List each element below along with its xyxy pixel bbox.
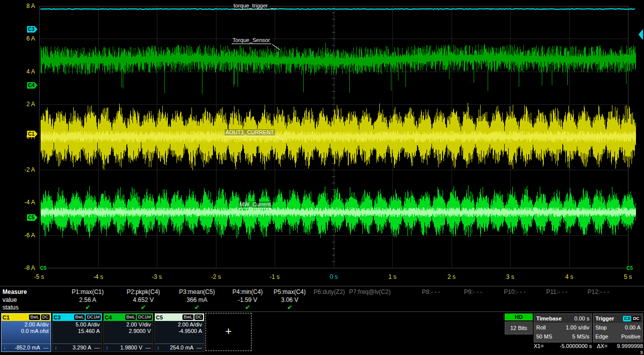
- measure-p4-header[interactable]: P4:min(C4): [224, 288, 272, 295]
- waveform-display[interactable]: [0, 0, 644, 284]
- measure-p2-value: 4.652 V: [119, 296, 167, 303]
- measure-p10-header[interactable]: P10:- - -: [491, 288, 539, 295]
- level-arrow-icon: ↕: [157, 345, 159, 350]
- bandwidth-limit-badge: BwL: [125, 314, 136, 320]
- channel-offset: 2.9000 V: [104, 327, 153, 334]
- coupling-badge: DC: [41, 314, 50, 320]
- trigger-source-badge: C3: [623, 316, 631, 321]
- timebase-scale: 1.00 s/div: [566, 324, 589, 330]
- x-axis-label: 4 s: [565, 273, 573, 280]
- measure-p4-value: -1.59 V: [224, 296, 272, 303]
- placeholder-dash: —: [145, 344, 151, 350]
- trigger-type: Edge: [595, 333, 608, 339]
- add-trace-button[interactable]: +: [205, 313, 252, 351]
- cursor-dx-label: ΔX=: [597, 343, 617, 355]
- measure-p8-header[interactable]: P8:- - -: [407, 288, 455, 295]
- x-axis-label: -5 s: [34, 273, 44, 280]
- trace-label-torque-sensor: Torque_Sensor: [232, 37, 271, 44]
- measure-p4-status-icon: ✔: [224, 304, 272, 311]
- measure-p12-header[interactable]: P12:- - -: [574, 288, 622, 295]
- level-arrow-icon: ↕: [106, 345, 108, 350]
- channel-offset: 0.0 mA ofst: [2, 327, 51, 334]
- y-axis-label: 2 A: [12, 101, 35, 108]
- x-axis-label: -2 s: [211, 273, 221, 280]
- x-axis-label: -1 s: [270, 273, 280, 280]
- measure-p5-status-icon: ✔: [266, 304, 314, 311]
- channel-descriptor-c1[interactable]: C1 BwL DC 2.00 A/div 0.0 mA ofst ↓ -852.…: [1, 313, 51, 352]
- channel-scale: 5.00 A/div: [53, 321, 102, 327]
- cursor-x1-label: X1=: [534, 343, 550, 355]
- timebase-mode: Roll: [536, 324, 546, 330]
- coupling-badge: DC: [194, 314, 203, 320]
- y-axis-label: -4 A: [12, 199, 35, 206]
- channel-level: -852.0 mA: [15, 344, 40, 350]
- trigger-level: 0.00 A: [625, 324, 640, 330]
- x-axis-label: -4 s: [93, 273, 103, 280]
- channel-descriptor-c3[interactable]: C3 BwL DC1M 5.00 A/div 15.460 A ↕ 3.290 …: [52, 313, 102, 352]
- channel-scale: 2.00 A/div: [155, 321, 204, 327]
- x-axis-label: 2 s: [448, 273, 456, 280]
- y-axis-label: 6 A: [12, 35, 35, 42]
- measure-p2-status-icon: ✔: [119, 304, 167, 311]
- measure-p7-header[interactable]: P7:freq@lv(C2): [344, 288, 396, 295]
- trace-label-mw-current: MW_Current: [239, 201, 272, 208]
- placeholder-dash: —: [43, 344, 49, 350]
- channel-descriptor-c4[interactable]: C4 BwL DC1M 2.00 V/div 2.9000 V ↕ 1.9800…: [103, 313, 153, 352]
- measure-p1-header[interactable]: P1:max(C1): [64, 288, 112, 295]
- corner-marker-c5-right: C5: [626, 265, 633, 271]
- coupling-badge: DC1M: [137, 314, 152, 320]
- x-axis-label: -3 s: [152, 273, 162, 280]
- channel-level: 3.290 A: [73, 344, 91, 350]
- value-row-label: value: [3, 296, 17, 303]
- measure-p11-header[interactable]: P11:- - -: [533, 288, 581, 295]
- level-arrow-icon: ↓: [4, 345, 6, 350]
- measure-p3-value: 366 mA: [173, 296, 221, 303]
- bandwidth-limit-badge: BwL: [182, 314, 193, 320]
- y-axis-label: -6 A: [12, 232, 35, 239]
- timebase-sample-rate: 5 MS/s: [572, 333, 589, 339]
- oscilloscope-screen: 8 A 6 A 4 A 2 A 0 A -2 A -4 A -6 A -8 A …: [0, 0, 644, 355]
- coupling-badge: DC1M: [86, 314, 101, 320]
- channel-scale: 2.00 V/div: [104, 321, 153, 327]
- resolution-button[interactable]: 12 Bits: [505, 321, 533, 334]
- channel-id: C3: [54, 314, 61, 320]
- cursor-x1-value: -5.0000000 s: [550, 343, 592, 355]
- measure-table: Measure value status P1:max(C1) P2:pkpk(…: [0, 286, 644, 312]
- measure-p2-header[interactable]: P2:pkpk(C4): [119, 288, 167, 295]
- bottom-toolbar: C1 BwL DC 2.00 A/div 0.0 mA ofst ↓ -852.…: [0, 311, 644, 355]
- y-axis-label: -2 A: [12, 166, 35, 173]
- bandwidth-limit-badge: BwL: [74, 314, 85, 320]
- status-row-label: status: [3, 304, 19, 311]
- y-axis-label: 8 A: [12, 3, 35, 10]
- channel-id: C5: [156, 314, 163, 320]
- x-axis-label: 1 s: [388, 273, 396, 280]
- x-axis-label: 5 s: [624, 273, 632, 280]
- trigger-slope: Positive: [621, 333, 640, 339]
- timebase-title: Timebase: [536, 315, 562, 321]
- channel-id: C4: [105, 314, 112, 320]
- placeholder-dash: —: [94, 344, 100, 350]
- cursor-readout: X1= -5.0000000 s ΔX= 9.9999998 s X2= 4.9…: [534, 343, 643, 355]
- channel-level: 1.9800 V: [120, 344, 142, 350]
- trigger-panel[interactable]: Trigger C3 DC Stop 0.00 A Edge Positive: [593, 313, 643, 342]
- channel-level: 254.0 mA: [170, 344, 193, 350]
- channel-scale: 2.00 A/div: [2, 321, 51, 327]
- timebase-position: 0.00 s: [574, 315, 589, 321]
- measure-p1-status-icon: ✔: [64, 304, 112, 311]
- x-axis-label-trigger-time: 0 s: [330, 273, 338, 280]
- measure-p3-header[interactable]: P3:mean(C5): [173, 288, 221, 295]
- hd-mode-badge[interactable]: HD: [505, 313, 533, 320]
- timebase-panel[interactable]: Timebase 0.00 s Roll 1.00 s/div 50 MS 5 …: [534, 313, 592, 342]
- trigger-coupling-badge: DC: [632, 316, 640, 321]
- channel-descriptor-c5[interactable]: C5 BwL DC 2.00 A/div -4.9500 A ↕ 254.0 m…: [154, 313, 204, 352]
- measure-p9-header[interactable]: P9:- - -: [449, 288, 497, 295]
- timebase-memory: 50 MS: [536, 333, 552, 339]
- measure-p1-value: 2.56 A: [64, 296, 112, 303]
- y-axis-label: -8 A: [12, 264, 35, 271]
- bandwidth-limit-badge: BwL: [29, 314, 40, 320]
- trigger-title: Trigger: [595, 315, 614, 321]
- measure-p5-value: 3.06 V: [266, 296, 314, 303]
- channel-offset: 15.460 A: [53, 327, 102, 334]
- cursor-dx-value: 9.9999998 s: [617, 343, 643, 355]
- y-axis-label: 4 A: [12, 68, 35, 75]
